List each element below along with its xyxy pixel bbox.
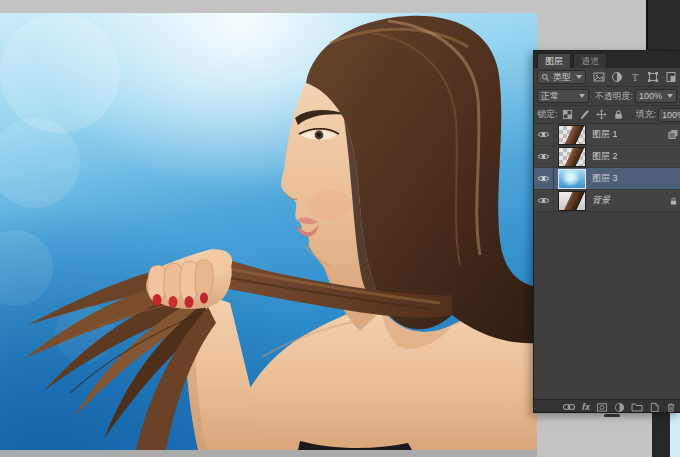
desktop-sliver — [670, 413, 680, 457]
layers-panel-footer: fx — [534, 399, 680, 413]
lock-transparency-icon[interactable] — [562, 109, 573, 120]
chevron-down-icon — [576, 75, 582, 79]
layer-row-2[interactable]: 图层 2 — [534, 146, 680, 168]
canvas-photo[interactable] — [0, 13, 537, 450]
lock-position-icon[interactable] — [596, 109, 607, 120]
layers-panel: 图层 通道 类型 — [533, 50, 680, 413]
layer-name[interactable]: 图层 1 — [592, 128, 618, 141]
layer-row-3-selected[interactable]: 图层 3 — [534, 168, 680, 190]
new-layer-icon[interactable] — [649, 402, 660, 413]
filter-type-label: 类型 — [553, 71, 571, 84]
layers-list: 图层 1 图层 2 — [534, 124, 680, 212]
shape-layer-filter-icon[interactable] — [647, 71, 659, 83]
smart-object-filter-icon[interactable] — [665, 71, 677, 83]
photoshop-workspace: 图层 通道 类型 — [0, 0, 680, 457]
tab-channels[interactable]: 通道 — [573, 53, 607, 68]
delete-layer-trash-icon[interactable] — [666, 402, 676, 413]
chevron-down-icon — [667, 94, 673, 98]
panel-tab-bar: 图层 通道 — [534, 51, 680, 68]
new-group-folder-icon[interactable] — [631, 402, 643, 412]
search-icon — [541, 73, 550, 82]
layer-mask-icon[interactable] — [596, 402, 608, 413]
fill-label: 填充: — [636, 108, 657, 121]
layer-row-background[interactable]: 背景 — [534, 190, 680, 212]
layer-thumbnail[interactable] — [558, 125, 586, 145]
layer-name[interactable]: 背景 — [592, 194, 610, 207]
lock-row: 锁定: 填充: 100% — [534, 106, 680, 124]
visibility-toggle[interactable] — [534, 146, 554, 168]
type-layer-filter-icon[interactable]: T — [629, 71, 641, 83]
layer-style-fx-icon[interactable]: fx — [582, 402, 590, 412]
opacity-value-box[interactable]: 100% — [635, 89, 677, 103]
tab-layers[interactable]: 图层 — [537, 53, 571, 68]
visibility-toggle[interactable] — [534, 190, 554, 212]
lock-all-icon[interactable] — [613, 109, 624, 120]
opacity-value: 100% — [639, 91, 662, 101]
panel-dock-background — [646, 0, 680, 51]
lock-label: 锁定: — [537, 108, 558, 121]
layer-thumbnail[interactable] — [558, 191, 586, 211]
opacity-label: 不透明度: — [594, 90, 633, 103]
layer-filter-row: 类型 T — [534, 68, 680, 87]
pasteboard-bottom-edge — [0, 450, 537, 457]
panel-resize-grip[interactable] — [604, 414, 620, 417]
svg-text:T: T — [632, 72, 638, 83]
fill-value: 100% — [662, 110, 680, 120]
lock-paint-icon[interactable] — [579, 109, 590, 120]
woman-portrait-image — [0, 13, 537, 450]
layer-row-1[interactable]: 图层 1 — [534, 124, 680, 146]
layer-name[interactable]: 图层 2 — [592, 150, 618, 163]
layer-name[interactable]: 图层 3 — [592, 172, 618, 185]
layer-filter-dropdown[interactable]: 类型 — [537, 70, 586, 84]
layer-thumbnail[interactable] — [558, 147, 586, 167]
adjustment-layer-icon[interactable] — [614, 402, 625, 413]
visibility-toggle[interactable] — [534, 168, 554, 190]
blend-mode-value: 正常 — [541, 90, 559, 103]
window-edge — [652, 413, 670, 457]
layers-list-empty-area — [534, 212, 680, 399]
layer-thumbnail[interactable] — [558, 169, 586, 189]
adjustment-layer-filter-icon[interactable] — [611, 71, 623, 83]
blend-mode-dropdown[interactable]: 正常 — [537, 89, 589, 103]
layer-badge-icon — [668, 129, 678, 140]
link-layers-icon[interactable] — [562, 403, 576, 411]
fill-value-box[interactable]: 100% — [658, 108, 680, 122]
pixel-layer-filter-icon[interactable] — [593, 71, 605, 83]
background-lock-icon — [669, 196, 678, 206]
blend-row: 正常 不透明度: 100% — [534, 87, 680, 106]
chevron-down-icon — [579, 94, 585, 98]
visibility-toggle[interactable] — [534, 124, 554, 146]
